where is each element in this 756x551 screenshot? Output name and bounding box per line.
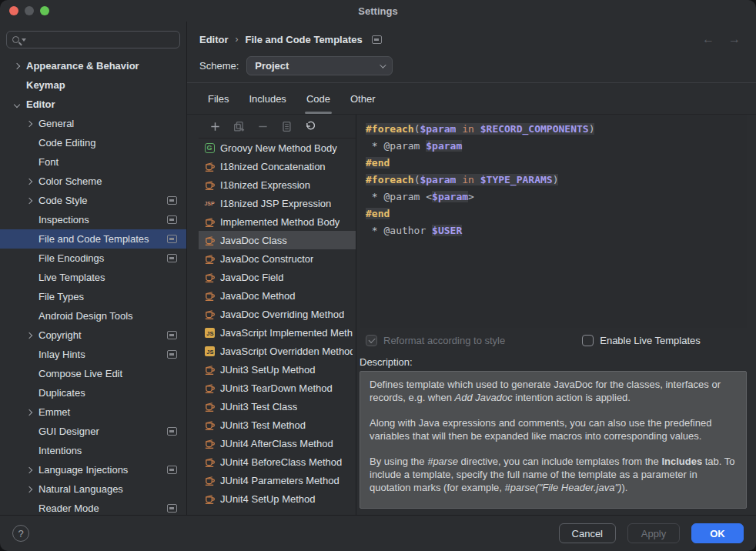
sidebar-item-natural-languages[interactable]: Natural Languages [0,479,186,499]
java-icon [203,419,216,431]
duplicate-icon[interactable] [232,120,245,132]
template-item-label: JUnit3 Test Class [220,401,297,412]
description-paragraph: Predefined variables take the following … [370,506,737,509]
search-options-caret-icon[interactable] [22,38,26,42]
sidebar-item-live-templates[interactable]: Live Templates [0,268,186,287]
tab-code[interactable]: Code [296,83,340,114]
sidebar-item-intentions[interactable]: Intentions [0,441,186,460]
template-item-javadoc-constructor[interactable]: JavaDoc Constructor [199,249,356,268]
back-arrow-icon[interactable]: ← [702,32,714,46]
sidebar-item-emmet[interactable]: Emmet [0,402,186,422]
template-item-groovy-new-method-body[interactable]: GGroovy New Method Body [199,139,356,157]
description-box[interactable]: Defines template which used to generate … [360,371,747,509]
zoom-window-button[interactable] [40,6,49,15]
template-item-i18nized-expression[interactable]: I18nized Expression [199,175,356,194]
minimize-window-button[interactable] [25,6,34,15]
options-row: Reformat according to styleEnable Live T… [360,328,747,352]
sidebar-item-inspections[interactable]: Inspections [0,210,186,229]
chevron-right-icon[interactable] [14,62,20,68]
sidebar-item-duplicates[interactable]: Duplicates [0,383,186,402]
chevron-right-icon[interactable] [26,409,32,415]
help-button[interactable]: ? [12,525,29,542]
sidebar-item-file-encodings[interactable]: File Encodings [0,249,186,268]
undo-icon[interactable] [304,120,316,132]
template-item-junit3-test-class[interactable]: JUnit3 Test Class [199,397,356,416]
search-field[interactable] [6,31,180,48]
tab-includes[interactable]: Includes [239,83,296,114]
cancel-button[interactable]: Cancel [559,523,616,543]
sidebar-item-general[interactable]: General [0,114,186,133]
code-token: > [468,191,474,202]
settings-sidebar: Appearance & BehaviorKeymapEditorGeneral… [0,22,187,515]
sidebar-item-appearance-behavior[interactable]: Appearance & Behavior [0,56,186,75]
sidebar-item-reader-mode[interactable]: Reader Mode [0,499,186,515]
template-item-junit4-beforeclass-method[interactable]: JUnit4 BeforeClass Method [199,452,356,471]
chevron-right-icon[interactable] [26,178,32,184]
template-item-i18nized-jsp-expression[interactable]: JSPI18nized JSP Expression [199,194,356,212]
code-token: in [462,123,474,135]
template-item-junit4-setup-method[interactable]: JUnit4 SetUp Method [199,489,356,508]
tab-other[interactable]: Other [340,83,386,114]
template-item-junit3-teardown-method[interactable]: JUnit3 TearDown Method [199,379,356,397]
checkbox-box[interactable] [582,335,594,346]
sidebar-item-copyright[interactable]: Copyright [0,326,186,345]
sidebar-item-file-and-code-templates[interactable]: File and Code Templates [0,229,186,249]
template-item-javadoc-field[interactable]: JavaDoc Field [199,268,356,286]
template-item-javadoc-class[interactable]: JavaDoc Class [199,231,356,249]
scheme-row: Scheme: Project [187,54,756,82]
breadcrumb-editor[interactable]: Editor [199,34,229,45]
template-item-implemented-method-body[interactable]: Implemented Method Body [199,212,356,231]
chevron-right-icon[interactable] [26,197,32,203]
add-icon[interactable] [209,120,221,132]
forward-arrow-icon[interactable]: → [728,32,741,46]
checkbox-box[interactable] [366,335,377,346]
chevron-down-icon[interactable] [14,101,20,107]
template-item-javascript-overridden-method[interactable]: JSJavaScript Overridden Method [199,342,356,360]
close-window-button[interactable] [9,6,18,15]
apply-button[interactable]: Apply [627,523,680,543]
template-item-junit4-afterclass-method[interactable]: JUnit4 AfterClass Method [199,434,356,452]
sidebar-item-color-scheme[interactable]: Color Scheme [0,172,186,191]
code-token [474,123,480,135]
chevron-right-icon[interactable] [26,486,32,492]
java-icon [203,160,216,172]
sidebar-item-keymap[interactable]: Keymap [0,75,186,95]
copy-icon[interactable] [280,120,293,132]
remove-icon[interactable] [256,120,269,132]
sidebar-item-editor[interactable]: Editor [0,95,186,114]
code-token: * @author [366,225,432,236]
template-item-junit3-test-method[interactable]: JUnit3 Test Method [199,416,356,434]
sidebar-item-gui-designer[interactable]: GUI Designer [0,422,186,441]
scheme-dropdown[interactable]: Project [246,56,393,75]
sidebar-item-code-style[interactable]: Code Style [0,191,186,210]
checkbox-enable-live-templates[interactable]: Enable Live Templates [582,335,701,346]
sidebar-item-label: Language Injections [38,464,128,476]
template-item-label: JavaDoc Constructor [220,253,313,265]
sidebar-item-inlay-hints[interactable]: Inlay Hints [0,345,186,364]
tab-label: Includes [249,93,286,105]
chevron-right-icon[interactable] [26,120,32,126]
sidebar-item-language-injections[interactable]: Language Injections [0,460,186,479]
code-token: $param [426,140,462,152]
checkbox-reformat-according-to-style[interactable]: Reformat according to style [366,335,505,346]
template-item-junit3-setup-method[interactable]: JUnit3 SetUp Method [199,360,356,379]
template-code-editor[interactable]: #foreach($param in $RECORD_COMPONENTS) *… [360,115,747,328]
chevron-right-icon[interactable] [26,332,32,338]
ok-button[interactable]: OK [691,523,744,543]
sidebar-item-code-editing[interactable]: Code Editing [0,133,186,152]
search-input[interactable] [28,33,174,46]
code-line: * @param $param [366,138,741,155]
code-token: $RECORD_COMPONENTS [480,123,589,135]
template-item-javascript-implemented-method[interactable]: JSJavaScript Implemented Method [199,323,356,342]
template-item-i18nized-concatenation[interactable]: I18nized Concatenation [199,157,356,175]
tab-files[interactable]: Files [198,83,239,114]
sidebar-item-android-design-tools[interactable]: Android Design Tools [0,306,186,326]
template-item-javadoc-method[interactable]: JavaDoc Method [199,286,356,305]
template-item-javadoc-overriding-method[interactable]: JavaDoc Overriding Method [199,305,356,323]
sidebar-item-compose-live-edit[interactable]: Compose Live Edit [0,364,186,383]
sidebar-item-file-types[interactable]: File Types [0,287,186,306]
topic-icon [372,35,382,44]
template-item-junit4-parameters-method[interactable]: JUnit4 Parameters Method [199,471,356,489]
sidebar-item-font[interactable]: Font [0,152,186,172]
chevron-right-icon[interactable] [26,466,32,473]
